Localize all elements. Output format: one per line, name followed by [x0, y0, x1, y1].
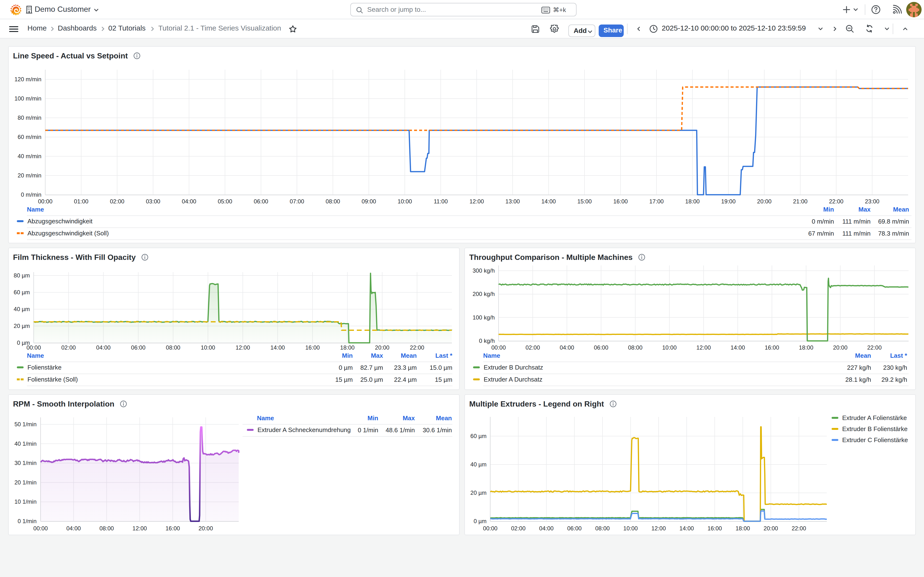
svg-text:06:00: 06:00: [131, 344, 145, 351]
svg-text:12:00: 12:00: [236, 344, 250, 351]
svg-text:40 1/min: 40 1/min: [15, 440, 37, 447]
svg-text:60 µm: 60 µm: [14, 289, 30, 295]
svg-text:19:00: 19:00: [721, 198, 736, 205]
svg-text:20 µm: 20 µm: [14, 322, 30, 329]
svg-text:12:00: 12:00: [132, 525, 147, 532]
svg-text:00:00: 00:00: [38, 198, 52, 205]
svg-text:08:00: 08:00: [628, 344, 643, 351]
svg-text:07:00: 07:00: [290, 198, 304, 205]
svg-text:0 m/min: 0 m/min: [21, 191, 41, 198]
svg-text:15:00: 15:00: [577, 198, 592, 205]
svg-text:00:00: 00:00: [34, 525, 48, 532]
svg-text:12:00: 12:00: [651, 525, 666, 532]
svg-text:02:00: 02:00: [511, 525, 525, 532]
svg-text:14:00: 14:00: [730, 344, 745, 351]
svg-text:18:00: 18:00: [799, 344, 813, 351]
svg-text:10:00: 10:00: [201, 344, 215, 351]
svg-text:12:00: 12:00: [696, 344, 711, 351]
svg-text:00:00: 00:00: [483, 525, 498, 532]
svg-text:12:00: 12:00: [470, 198, 484, 205]
svg-text:03:00: 03:00: [146, 198, 160, 205]
svg-text:13:00: 13:00: [505, 198, 520, 205]
svg-text:14:00: 14:00: [541, 198, 556, 205]
svg-text:22:00: 22:00: [829, 198, 843, 205]
svg-text:10:00: 10:00: [623, 525, 638, 532]
svg-text:200 kg/h: 200 kg/h: [473, 291, 495, 297]
svg-text:06:00: 06:00: [594, 344, 608, 351]
svg-text:08:00: 08:00: [99, 525, 114, 532]
svg-text:22:00: 22:00: [867, 344, 882, 351]
svg-text:18:00: 18:00: [736, 525, 750, 532]
svg-text:08:00: 08:00: [166, 344, 180, 351]
svg-text:04:00: 04:00: [66, 525, 81, 532]
svg-text:20:00: 20:00: [199, 525, 213, 532]
svg-text:20:00: 20:00: [833, 344, 848, 351]
svg-text:04:00: 04:00: [560, 344, 574, 351]
svg-text:40 m/min: 40 m/min: [18, 153, 41, 160]
svg-text:09:00: 09:00: [362, 198, 376, 205]
svg-text:22:00: 22:00: [792, 525, 806, 532]
svg-text:20:00: 20:00: [764, 525, 778, 532]
svg-text:05:00: 05:00: [218, 198, 232, 205]
svg-text:02:00: 02:00: [525, 344, 540, 351]
svg-text:08:00: 08:00: [326, 198, 340, 205]
svg-text:14:00: 14:00: [270, 344, 285, 351]
svg-text:21:00: 21:00: [793, 198, 808, 205]
svg-text:06:00: 06:00: [567, 525, 582, 532]
svg-text:16:00: 16:00: [613, 198, 628, 205]
svg-text:0 µm: 0 µm: [473, 518, 486, 524]
svg-text:18:00: 18:00: [685, 198, 700, 205]
svg-text:02:00: 02:00: [61, 344, 76, 351]
svg-text:08:00: 08:00: [595, 525, 610, 532]
svg-text:14:00: 14:00: [680, 525, 694, 532]
svg-text:80 m/min: 80 m/min: [18, 114, 41, 121]
svg-text:120 m/min: 120 m/min: [15, 76, 41, 82]
svg-text:30 1/min: 30 1/min: [15, 460, 37, 466]
svg-text:06:00: 06:00: [254, 198, 268, 205]
svg-text:80 µm: 80 µm: [14, 272, 30, 279]
svg-text:10 1/min: 10 1/min: [15, 498, 37, 505]
svg-text:60 m/min: 60 m/min: [18, 134, 41, 140]
svg-text:00:00: 00:00: [491, 344, 506, 351]
svg-text:20 m/min: 20 m/min: [18, 172, 41, 179]
svg-text:00:00: 00:00: [26, 344, 41, 351]
svg-text:0 kg/h: 0 kg/h: [479, 338, 495, 344]
svg-text:01:00: 01:00: [74, 198, 88, 205]
svg-text:16:00: 16:00: [305, 344, 320, 351]
svg-text:18:00: 18:00: [340, 344, 355, 351]
svg-text:17:00: 17:00: [649, 198, 664, 205]
svg-text:40 µm: 40 µm: [14, 306, 30, 312]
svg-text:300 kg/h: 300 kg/h: [473, 268, 495, 274]
svg-text:100 m/min: 100 m/min: [15, 95, 41, 102]
svg-text:10:00: 10:00: [662, 344, 677, 351]
svg-text:16:00: 16:00: [708, 525, 722, 532]
svg-text:60 µm: 60 µm: [470, 433, 486, 439]
svg-text:04:00: 04:00: [96, 344, 111, 351]
svg-text:10:00: 10:00: [397, 198, 412, 205]
svg-text:11:00: 11:00: [434, 198, 447, 205]
svg-text:20 1/min: 20 1/min: [15, 479, 37, 486]
svg-text:04:00: 04:00: [182, 198, 196, 205]
svg-text:40 µm: 40 µm: [470, 461, 486, 467]
svg-text:20 µm: 20 µm: [470, 490, 486, 496]
svg-text:16:00: 16:00: [765, 344, 779, 351]
svg-text:22:00: 22:00: [410, 344, 424, 351]
svg-text:23:00: 23:00: [865, 198, 879, 205]
svg-text:16:00: 16:00: [166, 525, 180, 532]
svg-text:20:00: 20:00: [375, 344, 389, 351]
svg-text:20:00: 20:00: [757, 198, 771, 205]
svg-text:50 1/min: 50 1/min: [15, 421, 37, 427]
svg-text:02:00: 02:00: [110, 198, 124, 205]
svg-text:0 1/min: 0 1/min: [18, 518, 37, 524]
svg-text:04:00: 04:00: [539, 525, 554, 532]
svg-text:100 kg/h: 100 kg/h: [473, 314, 495, 321]
